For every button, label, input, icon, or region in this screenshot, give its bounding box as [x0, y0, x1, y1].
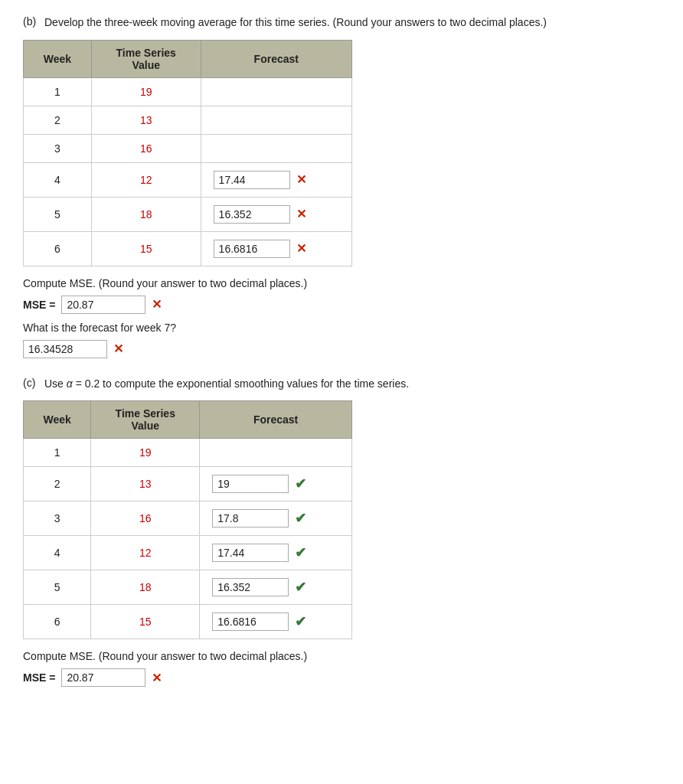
cell-forecast: ✔ [200, 467, 352, 501]
forecast-cell: ✔ [212, 578, 339, 596]
section-c-mse-section: Compute MSE. (Round your answer to two d… [23, 650, 660, 687]
cell-week: 2 [24, 106, 92, 134]
forecast-input[interactable] [214, 205, 290, 224]
cell-value: 16 [91, 134, 201, 162]
forecast-cell: ✔ [212, 509, 339, 528]
forecast-input[interactable] [212, 544, 289, 562]
forecast-input[interactable] [212, 475, 289, 493]
alpha-symbol: α [67, 377, 73, 390]
table-row: 213 [24, 106, 352, 134]
cell-week: 1 [24, 77, 92, 106]
forecast-input[interactable] [212, 578, 289, 596]
cell-week: 4 [24, 536, 91, 570]
cell-week: 6 [24, 605, 91, 639]
cell-forecast: ✕ [201, 197, 351, 231]
section-c-description: Use α = 0.2 to compute the exponential s… [44, 377, 409, 392]
section-b-header: (b) Develop the three-week moving averag… [23, 15, 660, 31]
col-header-value: Time SeriesValue [91, 40, 201, 77]
cell-forecast [201, 106, 351, 134]
time-series-value: 18 [139, 581, 152, 593]
cell-forecast: ✔ [200, 536, 352, 570]
error-icon[interactable]: ✕ [296, 172, 306, 187]
cell-week: 3 [24, 134, 92, 162]
cell-week: 5 [24, 197, 92, 231]
mse-compute-label-b: Compute MSE. (Round your answer to two d… [23, 277, 660, 289]
cell-week: 6 [24, 231, 92, 266]
table-row: 119 [24, 77, 352, 106]
cell-forecast: ✕ [201, 231, 351, 266]
cell-week: 2 [24, 467, 91, 501]
forecast-cell: ✕ [214, 171, 339, 189]
table-row: 316✔ [24, 501, 352, 536]
cell-forecast: ✔ [200, 570, 352, 605]
forecast-input[interactable] [214, 240, 290, 258]
error-icon[interactable]: ✕ [296, 241, 306, 256]
forecast-input[interactable] [214, 171, 290, 189]
cell-forecast: ✕ [201, 162, 351, 197]
check-icon: ✔ [295, 544, 306, 561]
cell-week: 4 [24, 162, 92, 197]
table-row: 518✕ [24, 197, 352, 231]
cell-value: 18 [91, 197, 201, 231]
cell-value: 12 [91, 162, 201, 197]
time-series-value: 19 [140, 86, 152, 98]
table-row: 213✔ [24, 467, 352, 501]
col-header-forecast: Forecast [201, 40, 351, 77]
time-series-value: 15 [139, 616, 152, 628]
forecast-cell: ✕ [214, 205, 339, 224]
check-icon: ✔ [295, 613, 306, 630]
section-c-table: Week Time SeriesValue Forecast 119213✔31… [23, 400, 352, 639]
forecast-input[interactable] [212, 612, 289, 631]
col-header-value-c: Time SeriesValue [91, 401, 200, 439]
forecast-input[interactable] [212, 509, 289, 528]
col-header-week-c: Week [24, 401, 91, 439]
mse-icon-b[interactable]: ✕ [152, 297, 162, 312]
cell-value: 15 [91, 231, 201, 266]
mse-field-label-b: MSE = [23, 299, 55, 311]
check-icon: ✔ [295, 579, 306, 596]
check-icon: ✔ [295, 510, 306, 527]
time-series-value: 16 [140, 142, 152, 155]
cell-forecast: ✔ [200, 605, 352, 639]
cell-value: 15 [91, 605, 200, 639]
section-c-header: (c) Use α = 0.2 to compute the exponenti… [23, 377, 660, 392]
forecast-cell: ✔ [212, 475, 339, 493]
week7-input[interactable] [23, 340, 107, 358]
error-icon[interactable]: ✕ [296, 207, 306, 221]
table-row: 518✔ [24, 570, 352, 605]
section-c: (c) Use α = 0.2 to compute the exponenti… [23, 377, 660, 688]
mse-icon-c[interactable]: ✕ [152, 671, 162, 685]
cell-forecast [200, 439, 352, 467]
week7-icon[interactable]: ✕ [113, 341, 123, 356]
table-row: 119 [24, 439, 352, 467]
mse-input-b[interactable] [61, 296, 145, 314]
time-series-value: 19 [139, 446, 152, 459]
mse-input-c[interactable] [61, 668, 145, 687]
time-series-value: 15 [140, 243, 152, 255]
check-icon: ✔ [295, 475, 306, 492]
time-series-value: 12 [140, 174, 152, 186]
section-b-mse-section: Compute MSE. (Round your answer to two d… [23, 277, 660, 358]
section-b-table: Week Time SeriesValue Forecast 119213316… [23, 40, 352, 266]
time-series-value: 18 [140, 208, 152, 220]
cell-forecast [201, 134, 351, 162]
mse-row-c: MSE = ✕ [23, 668, 660, 687]
forecast-cell: ✔ [212, 544, 339, 562]
time-series-value: 12 [139, 547, 152, 559]
section-b-label: (b) [23, 15, 38, 28]
week7-question: What is the forecast for week 7? [23, 322, 660, 334]
forecast-cell: ✔ [212, 612, 339, 631]
mse-field-label-c: MSE = [23, 671, 55, 684]
cell-week: 3 [24, 501, 91, 536]
cell-value: 12 [91, 536, 200, 570]
table-row: 615✕ [24, 231, 352, 266]
col-header-forecast-c: Forecast [200, 401, 352, 439]
table-row: 412✕ [24, 162, 352, 197]
forecast-cell: ✕ [214, 240, 339, 258]
cell-value: 19 [91, 439, 200, 467]
cell-value: 13 [91, 106, 201, 134]
table-row: 412✔ [24, 536, 352, 570]
cell-week: 1 [24, 439, 91, 467]
mse-row-b: MSE = ✕ [23, 296, 660, 314]
cell-week: 5 [24, 570, 91, 605]
